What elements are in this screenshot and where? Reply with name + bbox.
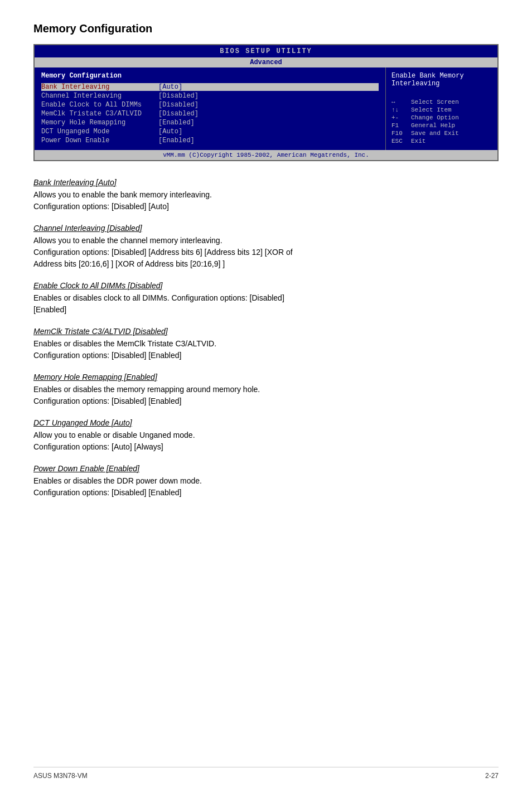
bios-screen: BIOS SETUP UTILITY Advanced Memory Confi…	[33, 44, 499, 161]
bios-body: Memory Configuration Bank Interleaving[A…	[35, 67, 497, 150]
bios-item[interactable]: Memory Hole Remapping[Enabled]	[41, 119, 379, 127]
desc-text: Allows you to enable the bank memory int…	[33, 189, 499, 212]
footer-left: ASUS M3N78-VM	[33, 772, 88, 780]
desc-text: Enables or disables the memory remapping…	[33, 384, 499, 407]
page-footer: ASUS M3N78-VM 2-27	[33, 767, 499, 780]
desc-section: Memory Hole Remapping [Enabled]Enables o…	[33, 373, 499, 407]
bios-help-text: Enable Bank Memory Interleaving	[391, 72, 492, 88]
bios-item-label: MemClk Tristate C3/ATLVID	[41, 110, 158, 118]
bios-key-row: +-Change Option	[391, 114, 492, 121]
bios-nav[interactable]: Advanced	[35, 57, 497, 67]
bios-items-list: Bank Interleaving[Auto]Channel Interleav…	[41, 83, 379, 144]
bios-item-value: [Auto]	[158, 83, 182, 91]
bios-item-value: [Enabled]	[158, 137, 195, 144]
bios-item-value: [Enabled]	[158, 119, 195, 127]
desc-title: DCT Unganged Mode [Auto]	[33, 418, 499, 427]
bios-nav-advanced[interactable]: Advanced	[250, 59, 282, 66]
bios-item-label: Channel Interleaving	[41, 92, 158, 100]
bios-item[interactable]: MemClk Tristate C3/ATLVID[Disabled]	[41, 110, 379, 118]
desc-text: Enables or disables clock to all DIMMs. …	[33, 292, 499, 316]
desc-section: MemClk Tristate C3/ALTVID [Disabled]Enab…	[33, 327, 499, 361]
bios-section-title: Memory Configuration	[41, 72, 379, 80]
desc-section: Enable Clock to All DIMMs [Disabled]Enab…	[33, 281, 499, 316]
bios-item[interactable]: Enable Clock to All DIMMs[Disabled]	[41, 101, 379, 109]
bios-item-label: DCT Unganged Mode	[41, 128, 158, 136]
bios-item-label: Memory Hole Remapping	[41, 119, 158, 127]
desc-text: Enables or disables the MemClk Tristate …	[33, 338, 499, 361]
bios-key: ↑↓	[391, 107, 411, 113]
bios-key-row: ↑↓Select Item	[391, 107, 492, 113]
bios-item[interactable]: Power Down Enable[Enabled]	[41, 137, 379, 144]
bios-key: ↔	[391, 99, 411, 105]
desc-section: Bank Interleaving [Auto]Allows you to en…	[33, 178, 499, 212]
bios-key-desc: Save and Exit	[411, 130, 459, 137]
bios-item[interactable]: Channel Interleaving[Disabled]	[41, 92, 379, 100]
bios-item[interactable]: Bank Interleaving[Auto]	[41, 83, 379, 91]
desc-title: Bank Interleaving [Auto]	[33, 178, 499, 187]
bios-item-label: Enable Clock to All DIMMs	[41, 101, 158, 109]
page-title: Memory Configuration	[33, 22, 499, 35]
desc-text: Allow you to enable or disable Unganed m…	[33, 429, 499, 453]
bios-item-value: [Disabled]	[158, 92, 199, 100]
bios-item[interactable]: DCT Unganged Mode[Auto]	[41, 128, 379, 136]
bios-key: F10	[391, 130, 411, 137]
desc-text: Allows you to enable the channel memory …	[33, 235, 499, 270]
bios-item-value: [Auto]	[158, 128, 182, 136]
bios-keys: ↔Select Screen↑↓Select Item+-Change Opti…	[391, 99, 492, 144]
desc-text: Enables or disables the DDR power down m…	[33, 475, 499, 499]
bios-header: BIOS SETUP UTILITY	[35, 45, 497, 57]
desc-title: Channel Interleaving [Disabled]	[33, 224, 499, 233]
bios-key: +-	[391, 114, 411, 121]
desc-section: Channel Interleaving [Disabled]Allows yo…	[33, 224, 499, 270]
desc-section: Power Down Enable [Enabled]Enables or di…	[33, 464, 499, 499]
footer-right: 2-27	[485, 772, 499, 780]
bios-key-desc: Select Item	[411, 107, 452, 113]
bios-key-desc: Select Screen	[411, 99, 459, 105]
bios-footer: vMM.mm (C)Copyright 1985-2002, American …	[35, 150, 497, 160]
desc-section: DCT Unganged Mode [Auto]Allow you to ena…	[33, 418, 499, 453]
bios-key-desc: General Help	[411, 122, 455, 129]
bios-left-panel: Memory Configuration Bank Interleaving[A…	[35, 67, 386, 150]
bios-key: F1	[391, 122, 411, 129]
bios-key: ESC	[391, 138, 411, 144]
bios-key-row: F10Save and Exit	[391, 130, 492, 137]
bios-key-row: ↔Select Screen	[391, 99, 492, 105]
bios-item-label: Power Down Enable	[41, 137, 158, 144]
bios-item-value: [Disabled]	[158, 101, 199, 109]
bios-key-desc: Exit	[411, 138, 425, 144]
desc-title: Power Down Enable [Enabled]	[33, 464, 499, 473]
bios-item-value: [Disabled]	[158, 110, 199, 118]
bios-item-label: Bank Interleaving	[41, 83, 158, 91]
desc-title: MemClk Tristate C3/ALTVID [Disabled]	[33, 327, 499, 336]
desc-title: Memory Hole Remapping [Enabled]	[33, 373, 499, 381]
bios-key-desc: Change Option	[411, 114, 459, 121]
bios-right-panel: Enable Bank Memory Interleaving ↔Select …	[386, 67, 497, 150]
bios-key-row: ESCExit	[391, 138, 492, 144]
descriptions-container: Bank Interleaving [Auto]Allows you to en…	[33, 178, 499, 499]
desc-title: Enable Clock to All DIMMs [Disabled]	[33, 281, 499, 290]
bios-key-row: F1General Help	[391, 122, 492, 129]
